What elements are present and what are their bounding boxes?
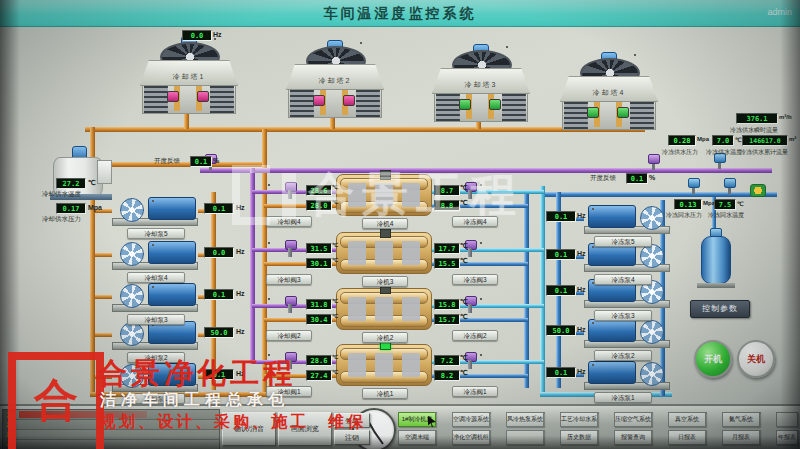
pump-label: 冷却泵2 bbox=[127, 352, 185, 363]
nav-vacuum-system[interactable]: 真空系统 bbox=[668, 412, 706, 427]
cooling-tower-1[interactable]: 冷却塔1 bbox=[140, 36, 236, 114]
impeller-icon bbox=[120, 242, 144, 266]
pump-hz-display: 0.1 bbox=[546, 249, 576, 260]
nav-daily-report[interactable]: 日报表 bbox=[668, 430, 706, 445]
login-button[interactable]: 登录 bbox=[334, 413, 370, 428]
cooling-pump-5[interactable] bbox=[112, 196, 198, 226]
alarm-indicator-icon bbox=[214, 38, 226, 44]
bottom-toolbar: 1 2 3 4 确认/消音 画面浏览 登录 注销 1#制冷机房 空调冷源系统 风… bbox=[0, 404, 800, 449]
impeller-icon bbox=[640, 206, 664, 230]
pipe bbox=[112, 162, 264, 167]
impeller-icon bbox=[120, 322, 144, 346]
chilled-pump-5[interactable] bbox=[584, 204, 670, 234]
start-button[interactable]: 开机 bbox=[694, 340, 732, 378]
nav-history-data[interactable]: 历史数据 bbox=[560, 430, 598, 445]
celsius-unit-label: ℃ bbox=[735, 136, 742, 143]
chilled-pump-1[interactable] bbox=[584, 360, 670, 390]
nav-ahu-terminals[interactable]: 空调末端 bbox=[398, 430, 436, 445]
title-bar: 车间温湿度监控系统 admin bbox=[0, 0, 800, 27]
chiller-1[interactable] bbox=[336, 344, 432, 386]
hz-unit-label: Hz bbox=[577, 286, 586, 293]
alarm-list[interactable]: 1 2 3 4 bbox=[2, 409, 220, 449]
nav-air-cooled-heatpump[interactable]: 风冷热泵系统 bbox=[506, 412, 544, 427]
nav-indicator bbox=[597, 412, 610, 425]
status-indicator-icon bbox=[592, 322, 606, 329]
cooling-valve-icon[interactable] bbox=[284, 240, 296, 257]
pump-label: 冷却泵4 bbox=[127, 272, 185, 283]
valve-label: 冷却阀4 bbox=[266, 216, 312, 227]
nav-clean-ahu[interactable]: 净化空调机组 bbox=[452, 430, 490, 445]
hz-unit-label: Hz bbox=[236, 290, 245, 297]
hz-unit-label: Hz bbox=[577, 250, 586, 257]
cooling-tower-3[interactable]: 冷却塔3 bbox=[432, 44, 528, 122]
impeller-icon bbox=[640, 362, 664, 386]
celsius-unit-label: ℃ bbox=[460, 184, 468, 192]
status-indicator-icon bbox=[152, 244, 166, 251]
cooling-valve-icon[interactable] bbox=[284, 296, 296, 313]
cooling-tower-4[interactable]: 冷却塔4 bbox=[560, 52, 656, 130]
tower-valve-icon bbox=[617, 107, 629, 118]
control-params-button[interactable]: 控制参数 bbox=[690, 300, 750, 318]
tower-label: 冷却塔2 bbox=[287, 76, 383, 86]
nav-indicator bbox=[489, 430, 502, 443]
cooling-pump-4[interactable] bbox=[112, 240, 198, 270]
stop-button[interactable]: 关机 bbox=[737, 340, 775, 378]
nav-alarm-query[interactable]: 报警查询 bbox=[614, 430, 652, 445]
status-indicator-icon bbox=[592, 246, 606, 253]
alarm-row[interactable]: 2 bbox=[3, 420, 219, 430]
celsius-unit-label: ℃ bbox=[460, 199, 468, 207]
logout-button[interactable]: 注销 bbox=[334, 430, 370, 445]
nav-monthly-report[interactable]: 月报表 bbox=[722, 430, 760, 445]
cooling-tower-2[interactable]: 冷却塔2 bbox=[286, 40, 382, 118]
valve-label: 冷却阀3 bbox=[266, 274, 312, 285]
screen-browse-button[interactable]: 画面浏览 bbox=[278, 412, 332, 446]
chw-in-temp-display: 15.5 bbox=[434, 258, 460, 269]
valve-feedback-display: 0.1 bbox=[626, 173, 648, 184]
hz-unit-label: Hz bbox=[236, 204, 245, 211]
pump-hz-display: 0.1 bbox=[546, 367, 576, 378]
pump-label: 冷冻泵5 bbox=[594, 236, 652, 247]
ball-valve-icon[interactable] bbox=[750, 184, 766, 197]
celsius-unit-label: ℃ bbox=[332, 313, 338, 319]
celsius-unit-label: ℃ bbox=[332, 354, 338, 360]
hz-unit-label: Hz bbox=[236, 248, 245, 255]
nav-nitrogen-system[interactable]: 氮气系统 bbox=[722, 412, 760, 427]
nav-button-blank[interactable] bbox=[506, 430, 544, 445]
nav-hvac-cold-source[interactable]: 空调冷源系统 bbox=[452, 412, 490, 427]
cooling-valve-icon[interactable] bbox=[284, 352, 296, 369]
alarm-ack-button[interactable]: 确认/消音 bbox=[222, 412, 276, 446]
cw-out-temp-display: 28.0 bbox=[306, 200, 332, 211]
celsius-unit-label: ℃ bbox=[460, 242, 468, 250]
nav-button-blank[interactable] bbox=[776, 412, 798, 427]
pump-hz-display: 50.0 bbox=[546, 325, 576, 336]
nav-yearly-report[interactable]: 年报表 bbox=[776, 430, 798, 445]
cw-in-temp-display: 28.6 bbox=[306, 355, 332, 366]
status-indicator-icon bbox=[152, 200, 166, 207]
chilled-pump-2[interactable] bbox=[584, 318, 670, 348]
nav-indicator bbox=[435, 430, 448, 443]
pump-label: 冷却泵1 bbox=[127, 393, 185, 404]
hz-unit-label: Hz bbox=[213, 31, 222, 38]
expansion-tank[interactable] bbox=[700, 228, 732, 288]
cw-out-temp-display: 27.4 bbox=[306, 370, 332, 381]
m3h-unit-label: m³/h bbox=[779, 114, 792, 120]
alarm-row[interactable]: 3 bbox=[3, 430, 219, 440]
nav-compressed-air[interactable]: 压缩空气系统 bbox=[614, 412, 652, 427]
tower-valve-icon bbox=[343, 95, 355, 106]
valve-feedback-display: 0.1 bbox=[190, 156, 212, 167]
cooling-pump-1[interactable] bbox=[112, 362, 198, 392]
inst-flow-display: 376.1 bbox=[736, 113, 778, 124]
alarm-row[interactable]: 4 bbox=[3, 440, 219, 449]
status-indicator-icon bbox=[152, 286, 166, 293]
cooling-pump-3[interactable] bbox=[112, 282, 198, 312]
pump-hz-display: 0.1 bbox=[204, 369, 234, 380]
logged-in-user: admin bbox=[767, 7, 792, 17]
alarm-row[interactable]: 1 bbox=[3, 410, 219, 420]
status-lamp-icon bbox=[380, 170, 391, 180]
chiller-2[interactable] bbox=[336, 288, 432, 330]
cooling-valve-icon[interactable] bbox=[284, 182, 296, 199]
tower-valve-icon bbox=[313, 95, 325, 106]
chiller-4[interactable] bbox=[336, 174, 432, 216]
nav-process-cooling-water[interactable]: 工艺冷却水系统 bbox=[560, 412, 598, 427]
chiller-3[interactable] bbox=[336, 232, 432, 274]
